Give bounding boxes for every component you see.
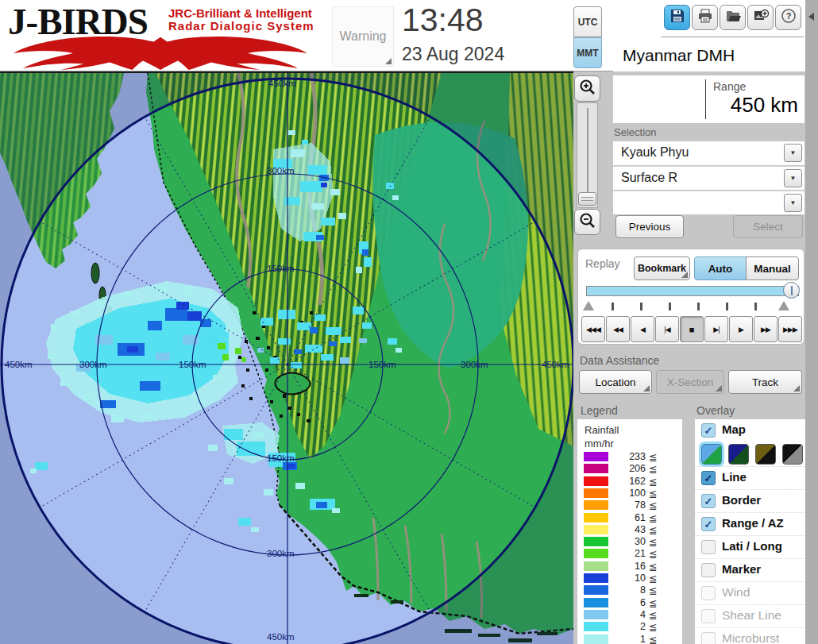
zoom-slider-track[interactable] [577, 102, 598, 208]
map-style-swatch[interactable] [755, 444, 776, 465]
step-forward-button[interactable]: ▶| [704, 316, 728, 342]
legend-lte-symbol: ≦ [649, 634, 657, 644]
legend-row: 2≦ [577, 622, 682, 632]
stop-button[interactable]: ■ [680, 316, 704, 342]
map-style-row [695, 442, 805, 466]
legend-row: 1≦ [577, 634, 682, 644]
legend-lte-symbol: ≦ [649, 573, 657, 584]
bookmark-button[interactable]: Bookmark [634, 256, 690, 280]
legend-value: 162 [619, 476, 646, 487]
legend-lte-symbol: ≦ [649, 476, 657, 488]
jump-end-button[interactable]: ▶▶▶ [778, 316, 802, 342]
slider-end-marker-icon [778, 301, 789, 310]
help-button[interactable]: ? [775, 5, 801, 30]
legend-row: 4≦ [577, 610, 682, 620]
product-select[interactable]: Surface R ▼ [613, 166, 804, 190]
mmt-button[interactable]: MMT [573, 37, 602, 68]
legend-row: 100≦ [577, 488, 682, 499]
replay-label: Replay [585, 257, 620, 270]
legend-lte-symbol: ≦ [649, 561, 657, 573]
location-button[interactable]: Location [579, 370, 652, 394]
eagle-logo-icon [6, 35, 314, 73]
chevron-down-icon[interactable]: ▼ [784, 194, 802, 212]
fast-rewind-button[interactable]: ◀◀ [606, 316, 630, 342]
jbirds-app: J-BIRDS JRC-Brilliant & Intelligent Rada… [0, 0, 818, 644]
map-style-swatch[interactable] [701, 444, 722, 465]
open-folder-button[interactable] [720, 5, 746, 30]
fast-forward-button[interactable]: ▶▶ [754, 316, 777, 342]
warning-button[interactable]: Warning [332, 6, 394, 67]
zoom-slider-thumb[interactable] [578, 192, 596, 206]
auto-button[interactable]: Auto [694, 256, 747, 280]
save-button[interactable] [664, 5, 690, 30]
panel-collapse-strip[interactable] [805, 0, 818, 644]
replay-slider-track[interactable] [586, 286, 799, 296]
legend-color-swatch [584, 500, 608, 510]
range-value: 450 km [731, 93, 798, 118]
ring-label: 150km [179, 360, 206, 369]
legend-value: 10 [619, 573, 646, 584]
select-button[interactable]: Select [733, 215, 803, 238]
range-divider [705, 79, 706, 119]
chevron-down-icon[interactable]: ▼ [784, 144, 802, 162]
popup-indicator-icon [793, 385, 800, 391]
map-style-swatch[interactable] [782, 444, 803, 465]
radar-map[interactable]: 450km300km150km150km300km450km450km300km… [0, 71, 573, 644]
logo-subtitle: JRC-Brilliant & Intelligent Radar Dialog… [168, 7, 314, 33]
legend-color-swatch [584, 476, 608, 486]
overlay-item-label: Marker [722, 562, 761, 576]
legend-lte-symbol: ≦ [649, 488, 657, 499]
zoom-out-icon [579, 212, 596, 233]
legend-value: 1 [619, 634, 646, 644]
legend-row: 30≦ [577, 537, 682, 547]
checkbox[interactable]: ✓ [701, 494, 716, 508]
legend-row: 6≦ [577, 598, 682, 608]
legend-color-swatch [584, 452, 608, 461]
checkbox[interactable]: ✓ [701, 471, 716, 485]
jump-start-button[interactable]: ◀◀◀ [581, 316, 605, 342]
replay-slider-thumb[interactable] [783, 282, 800, 299]
checkbox[interactable] [701, 563, 716, 577]
extra-select[interactable]: ▼ [613, 191, 804, 214]
legend-color-swatch [584, 537, 608, 546]
ring-label: 300km [267, 166, 295, 175]
manual-button[interactable]: Manual [746, 256, 799, 280]
legend-value: 2 [619, 621, 646, 632]
overlay-item-label: Shear Line [722, 608, 781, 623]
x-section-button[interactable]: X-Section [656, 370, 724, 394]
zoom-slider-rail [587, 108, 588, 194]
slider-tick [754, 303, 757, 310]
print-button[interactable] [692, 5, 718, 30]
checkbox [701, 632, 716, 644]
checkbox[interactable]: ✓ [701, 423, 716, 438]
utc-button[interactable]: UTC [573, 6, 602, 37]
add-image-button[interactable] [747, 5, 774, 30]
site-select[interactable]: Kyauk Phyu ▼ [613, 141, 804, 165]
legend-value: 30 [619, 536, 646, 547]
play-button[interactable]: ▶ [729, 316, 753, 342]
overlay-row-shear-line: Shear Line [695, 604, 805, 627]
legend-row: 16≦ [577, 561, 682, 572]
save-icon [669, 7, 686, 28]
legend-lte-symbol: ≦ [649, 463, 657, 475]
overlay-row-microburst: Microburst [695, 627, 805, 644]
step-back-button[interactable]: |◀ [655, 316, 679, 342]
overlay-item-label: Lati / Long [722, 539, 782, 553]
location-label: Location [595, 376, 635, 388]
overlay-item-label: Wind [722, 585, 750, 600]
overlay-row-map: ✓Map [695, 419, 805, 442]
legend-color-swatch [584, 634, 608, 644]
chevron-down-icon[interactable]: ▼ [784, 169, 802, 187]
slider-tick [640, 303, 642, 310]
checkbox[interactable] [701, 540, 716, 554]
zoom-out-button[interactable] [574, 209, 600, 235]
station-name-box: Myanmar DMH [613, 40, 805, 71]
previous-button[interactable]: Previous [615, 215, 684, 238]
print-icon [696, 7, 714, 28]
play-reverse-button[interactable]: ◀ [631, 316, 654, 342]
zoom-in-button[interactable] [574, 75, 600, 102]
track-button[interactable]: Track [728, 370, 802, 394]
checkbox[interactable]: ✓ [701, 517, 716, 531]
map-style-swatch[interactable] [728, 444, 749, 465]
selection-label: Selection [614, 126, 656, 138]
